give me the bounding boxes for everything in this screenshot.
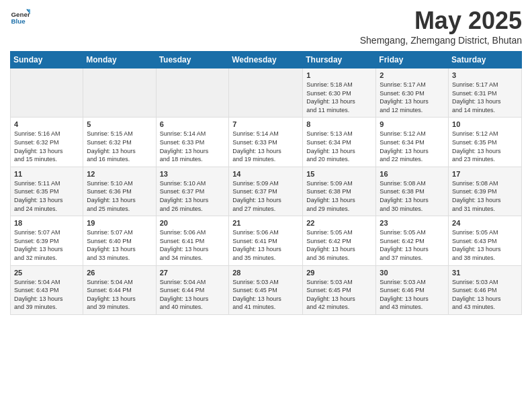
day-number: 15 xyxy=(306,170,372,178)
day-number: 30 xyxy=(380,269,445,277)
cell-content: Sunrise: 5:06 AM Sunset: 6:41 PM Dayligh… xyxy=(232,228,299,262)
day-number: 22 xyxy=(306,219,372,227)
calendar-cell: 17Sunrise: 5:08 AM Sunset: 6:39 PM Dayli… xyxy=(449,167,522,216)
cell-content: Sunrise: 5:07 AM Sunset: 6:40 PM Dayligh… xyxy=(87,228,152,262)
calendar-cell: 11Sunrise: 5:11 AM Sunset: 6:35 PM Dayli… xyxy=(11,167,83,216)
day-number: 3 xyxy=(452,71,518,79)
day-number: 23 xyxy=(380,219,445,227)
cell-content: Sunrise: 5:04 AM Sunset: 6:44 PM Dayligh… xyxy=(87,278,152,312)
cell-content: Sunrise: 5:05 AM Sunset: 6:42 PM Dayligh… xyxy=(306,228,372,262)
logo-icon: General Blue xyxy=(10,7,30,27)
cell-content: Sunrise: 5:09 AM Sunset: 6:37 PM Dayligh… xyxy=(232,179,299,213)
cell-content: Sunrise: 5:12 AM Sunset: 6:34 PM Dayligh… xyxy=(380,130,445,163)
day-number: 24 xyxy=(452,219,518,227)
cell-content: Sunrise: 5:08 AM Sunset: 6:39 PM Dayligh… xyxy=(452,179,518,213)
day-number: 17 xyxy=(452,170,518,178)
calendar-cell: 27Sunrise: 5:04 AM Sunset: 6:44 PM Dayli… xyxy=(156,265,229,314)
calendar-week-row: 18Sunrise: 5:07 AM Sunset: 6:39 PM Dayli… xyxy=(11,216,522,265)
weekday-header-saturday: Saturday xyxy=(449,52,522,68)
month-year-title: May 2025 xyxy=(360,7,522,35)
calendar-cell: 4Sunrise: 5:16 AM Sunset: 6:32 PM Daylig… xyxy=(11,118,83,167)
calendar-week-row: 11Sunrise: 5:11 AM Sunset: 6:35 PM Dayli… xyxy=(11,167,522,216)
cell-content: Sunrise: 5:17 AM Sunset: 6:31 PM Dayligh… xyxy=(452,81,518,114)
weekday-header-sunday: Sunday xyxy=(11,52,83,68)
weekday-header-friday: Friday xyxy=(376,52,449,68)
cell-content: Sunrise: 5:05 AM Sunset: 6:43 PM Dayligh… xyxy=(452,228,518,262)
cell-content: Sunrise: 5:03 AM Sunset: 6:45 PM Dayligh… xyxy=(232,278,299,312)
cell-content: Sunrise: 5:10 AM Sunset: 6:37 PM Dayligh… xyxy=(160,179,226,213)
day-number: 20 xyxy=(160,219,226,227)
weekday-header-wednesday: Wednesday xyxy=(229,52,303,68)
calendar-cell: 19Sunrise: 5:07 AM Sunset: 6:40 PM Dayli… xyxy=(83,216,156,265)
day-number: 31 xyxy=(452,269,518,277)
day-number: 25 xyxy=(14,269,79,277)
calendar-cell xyxy=(83,68,156,118)
weekday-header-tuesday: Tuesday xyxy=(156,52,229,68)
calendar-cell xyxy=(156,68,229,118)
cell-content: Sunrise: 5:12 AM Sunset: 6:35 PM Dayligh… xyxy=(452,130,518,163)
calendar-cell: 12Sunrise: 5:10 AM Sunset: 6:36 PM Dayli… xyxy=(83,167,156,216)
cell-content: Sunrise: 5:03 AM Sunset: 6:46 PM Dayligh… xyxy=(452,278,518,312)
day-number: 29 xyxy=(306,269,372,277)
svg-text:Blue: Blue xyxy=(11,17,26,25)
title-block: May 2025 Shemgang, Zhemgang District, Bh… xyxy=(360,7,522,46)
day-number: 4 xyxy=(14,120,79,128)
calendar-cell: 21Sunrise: 5:06 AM Sunset: 6:41 PM Dayli… xyxy=(229,216,303,265)
calendar-cell: 29Sunrise: 5:03 AM Sunset: 6:45 PM Dayli… xyxy=(303,265,376,314)
cell-content: Sunrise: 5:03 AM Sunset: 6:46 PM Dayligh… xyxy=(380,278,445,312)
calendar-cell: 7Sunrise: 5:14 AM Sunset: 6:33 PM Daylig… xyxy=(229,118,303,167)
calendar-cell: 16Sunrise: 5:08 AM Sunset: 6:38 PM Dayli… xyxy=(376,167,449,216)
location-subtitle: Shemgang, Zhemgang District, Bhutan xyxy=(360,35,522,46)
calendar-cell: 8Sunrise: 5:13 AM Sunset: 6:34 PM Daylig… xyxy=(303,118,376,167)
weekday-header-thursday: Thursday xyxy=(303,52,376,68)
calendar-cell: 18Sunrise: 5:07 AM Sunset: 6:39 PM Dayli… xyxy=(11,216,83,265)
weekday-header-monday: Monday xyxy=(83,52,156,68)
day-number: 21 xyxy=(232,219,299,227)
calendar-cell: 26Sunrise: 5:04 AM Sunset: 6:44 PM Dayli… xyxy=(83,265,156,314)
cell-content: Sunrise: 5:13 AM Sunset: 6:34 PM Dayligh… xyxy=(306,130,372,163)
cell-content: Sunrise: 5:10 AM Sunset: 6:36 PM Dayligh… xyxy=(87,179,152,213)
cell-content: Sunrise: 5:03 AM Sunset: 6:45 PM Dayligh… xyxy=(306,278,372,312)
day-number: 2 xyxy=(380,71,445,79)
calendar-cell: 22Sunrise: 5:05 AM Sunset: 6:42 PM Dayli… xyxy=(303,216,376,265)
cell-content: Sunrise: 5:08 AM Sunset: 6:38 PM Dayligh… xyxy=(380,179,445,213)
calendar-cell: 1Sunrise: 5:18 AM Sunset: 6:30 PM Daylig… xyxy=(303,68,376,118)
day-number: 7 xyxy=(232,120,299,128)
day-number: 18 xyxy=(14,219,79,227)
cell-content: Sunrise: 5:15 AM Sunset: 6:32 PM Dayligh… xyxy=(87,130,152,163)
calendar-cell: 15Sunrise: 5:09 AM Sunset: 6:38 PM Dayli… xyxy=(303,167,376,216)
calendar-week-row: 4Sunrise: 5:16 AM Sunset: 6:32 PM Daylig… xyxy=(11,118,522,167)
calendar-cell xyxy=(11,68,83,118)
day-number: 26 xyxy=(87,269,152,277)
calendar-cell: 14Sunrise: 5:09 AM Sunset: 6:37 PM Dayli… xyxy=(229,167,303,216)
cell-content: Sunrise: 5:16 AM Sunset: 6:32 PM Dayligh… xyxy=(14,130,79,163)
calendar-cell: 25Sunrise: 5:04 AM Sunset: 6:43 PM Dayli… xyxy=(11,265,83,314)
calendar-cell: 6Sunrise: 5:14 AM Sunset: 6:33 PM Daylig… xyxy=(156,118,229,167)
cell-content: Sunrise: 5:04 AM Sunset: 6:43 PM Dayligh… xyxy=(14,278,79,312)
day-number: 9 xyxy=(380,120,445,128)
cell-content: Sunrise: 5:04 AM Sunset: 6:44 PM Dayligh… xyxy=(160,278,226,312)
calendar-cell: 20Sunrise: 5:06 AM Sunset: 6:41 PM Dayli… xyxy=(156,216,229,265)
page-header: General Blue May 2025 Shemgang, Zhemgang… xyxy=(10,7,522,46)
cell-content: Sunrise: 5:07 AM Sunset: 6:39 PM Dayligh… xyxy=(14,228,79,262)
calendar-cell: 30Sunrise: 5:03 AM Sunset: 6:46 PM Dayli… xyxy=(376,265,449,314)
cell-content: Sunrise: 5:14 AM Sunset: 6:33 PM Dayligh… xyxy=(160,130,226,163)
calendar-cell: 31Sunrise: 5:03 AM Sunset: 6:46 PM Dayli… xyxy=(449,265,522,314)
day-number: 6 xyxy=(160,120,226,128)
logo: General Blue xyxy=(10,7,30,27)
day-number: 8 xyxy=(306,120,372,128)
calendar-header: SundayMondayTuesdayWednesdayThursdayFrid… xyxy=(11,52,522,68)
day-number: 5 xyxy=(87,120,152,128)
day-number: 19 xyxy=(87,219,152,227)
cell-content: Sunrise: 5:09 AM Sunset: 6:38 PM Dayligh… xyxy=(306,179,372,213)
calendar-cell: 28Sunrise: 5:03 AM Sunset: 6:45 PM Dayli… xyxy=(229,265,303,314)
day-number: 1 xyxy=(306,71,372,79)
cell-content: Sunrise: 5:06 AM Sunset: 6:41 PM Dayligh… xyxy=(160,228,226,262)
calendar-week-row: 1Sunrise: 5:18 AM Sunset: 6:30 PM Daylig… xyxy=(11,68,522,118)
cell-content: Sunrise: 5:18 AM Sunset: 6:30 PM Dayligh… xyxy=(306,81,372,114)
calendar-cell: 3Sunrise: 5:17 AM Sunset: 6:31 PM Daylig… xyxy=(449,68,522,118)
calendar-body: 1Sunrise: 5:18 AM Sunset: 6:30 PM Daylig… xyxy=(11,68,522,315)
calendar-cell: 13Sunrise: 5:10 AM Sunset: 6:37 PM Dayli… xyxy=(156,167,229,216)
day-number: 28 xyxy=(232,269,299,277)
header-row: SundayMondayTuesdayWednesdayThursdayFrid… xyxy=(11,52,522,68)
